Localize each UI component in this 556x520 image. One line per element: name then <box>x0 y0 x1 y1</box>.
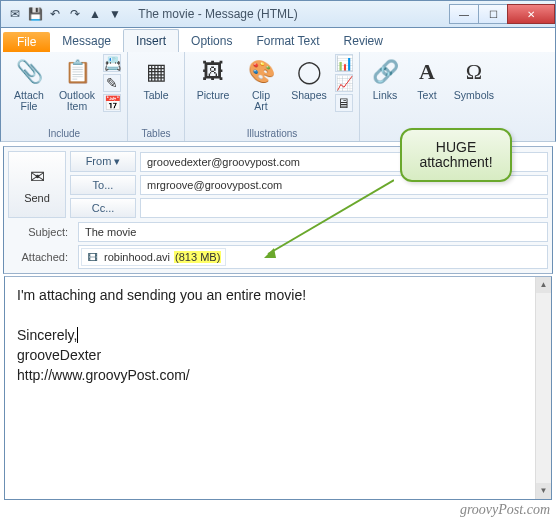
watermark: groovyPost.com <box>460 502 550 518</box>
tab-options[interactable]: Options <box>179 30 244 52</box>
calendar-icon[interactable]: 📅 <box>103 94 121 112</box>
tab-insert[interactable]: Insert <box>123 29 179 52</box>
ribbon-group-illustrations: 🖼 Picture 🎨 ClipArt ◯ Shapes 📊 📈 🖥 Illu <box>185 52 360 141</box>
body-sig2: grooveDexter <box>17 347 539 363</box>
attachment-well[interactable]: 🎞 robinhood.avi (813 MB) <box>78 245 548 269</box>
video-file-icon: 🎞 <box>86 250 100 264</box>
smartart-icon[interactable]: 📊 <box>335 54 353 72</box>
ribbon: 📎 AttachFile 📋 OutlookItem 📇 ✎ 📅 Include <box>0 52 556 142</box>
redo-icon[interactable]: ↷ <box>67 6 83 22</box>
to-field[interactable]: mrgroove@groovypost.com <box>140 175 548 195</box>
picture-icon: 🖼 <box>197 56 229 88</box>
links-icon: 🔗 <box>369 56 401 88</box>
vertical-scrollbar[interactable]: ▲ ▼ <box>535 277 551 499</box>
outlook-item-icon: 📋 <box>61 56 93 88</box>
scroll-up-icon[interactable]: ▲ <box>536 277 551 293</box>
save-icon[interactable]: 💾 <box>27 6 43 22</box>
table-icon: ▦ <box>140 56 172 88</box>
tab-review[interactable]: Review <box>332 30 395 52</box>
send-icon: ✉ <box>30 166 45 188</box>
window-buttons: — ☐ ✕ <box>450 4 555 24</box>
file-tab[interactable]: File <box>3 32 50 52</box>
symbols-icon: Ω <box>458 56 490 88</box>
group-label-illustrations: Illustrations <box>191 126 353 141</box>
attachment-filename: robinhood.avi <box>104 251 170 263</box>
links-button[interactable]: 🔗 Links <box>366 54 404 103</box>
ribbon-group-tables: ▦ Table Tables <box>128 52 185 141</box>
picture-button[interactable]: 🖼 Picture <box>191 54 235 103</box>
to-button[interactable]: To... <box>70 175 136 195</box>
symbols-button[interactable]: Ω Symbols <box>450 54 498 103</box>
paperclip-icon: 📎 <box>13 56 45 88</box>
table-button[interactable]: ▦ Table <box>134 54 178 103</box>
signature-icon[interactable]: ✎ <box>103 74 121 92</box>
undo-icon[interactable]: ↶ <box>47 6 63 22</box>
subject-label: Subject: <box>8 223 74 241</box>
group-label-tables: Tables <box>134 126 178 141</box>
scroll-down-icon[interactable]: ▼ <box>536 483 551 499</box>
attachment-item[interactable]: 🎞 robinhood.avi (813 MB) <box>81 248 226 266</box>
body-sig3: http://www.groovyPost.com/ <box>17 367 539 383</box>
attachment-size: (813 MB) <box>174 251 221 263</box>
from-button[interactable]: From ▾ <box>70 151 136 172</box>
subject-field[interactable]: The movie <box>78 222 548 242</box>
screenshot-icon[interactable]: 🖥 <box>335 94 353 112</box>
close-button[interactable]: ✕ <box>507 4 555 24</box>
maximize-button[interactable]: ☐ <box>478 4 508 24</box>
cc-button[interactable]: Cc... <box>70 198 136 218</box>
cc-field[interactable] <box>140 198 548 218</box>
text-icon: A <box>411 56 443 88</box>
next-item-icon[interactable]: ▼ <box>107 6 123 22</box>
app-icon: ✉ <box>7 6 23 22</box>
body-sig1: Sincerely, <box>17 327 539 343</box>
clip-art-button[interactable]: 🎨 ClipArt <box>239 54 283 114</box>
ribbon-tabs: File Message Insert Options Format Text … <box>0 28 556 52</box>
clip-art-icon: 🎨 <box>245 56 277 88</box>
from-field[interactable]: groovedexter@groovypost.com <box>140 152 548 172</box>
title-bar: ✉ 💾 ↶ ↷ ▲ ▼ The movie - Message (HTML) —… <box>0 0 556 28</box>
attach-file-button[interactable]: 📎 AttachFile <box>7 54 51 114</box>
body-blank <box>17 307 539 323</box>
ribbon-group-misc: 🔗 Links A Text Ω Symbols <box>360 52 504 141</box>
tab-message[interactable]: Message <box>50 30 123 52</box>
shapes-button[interactable]: ◯ Shapes <box>287 54 331 103</box>
shapes-icon: ◯ <box>293 56 325 88</box>
business-card-icon[interactable]: 📇 <box>103 54 121 72</box>
send-button[interactable]: ✉ Send <box>8 151 66 218</box>
body-line: I'm attaching and sending you an entire … <box>17 287 539 303</box>
attached-label: Attached: <box>8 248 74 266</box>
group-label-include: Include <box>7 126 121 141</box>
minimize-button[interactable]: — <box>449 4 479 24</box>
quick-access-toolbar: ✉ 💾 ↶ ↷ ▲ ▼ <box>1 6 123 22</box>
outlook-item-button[interactable]: 📋 OutlookItem <box>55 54 99 114</box>
outlook-message-window: ✉ 💾 ↶ ↷ ▲ ▼ The movie - Message (HTML) —… <box>0 0 556 520</box>
compose-header: ✉ Send From ▾ groovedexter@groovypost.co… <box>3 146 553 274</box>
message-body[interactable]: I'm attaching and sending you an entire … <box>4 276 552 500</box>
ribbon-group-include: 📎 AttachFile 📋 OutlookItem 📇 ✎ 📅 Include <box>1 52 128 141</box>
prev-item-icon[interactable]: ▲ <box>87 6 103 22</box>
chart-icon[interactable]: 📈 <box>335 74 353 92</box>
text-button[interactable]: A Text <box>408 54 446 103</box>
tab-format-text[interactable]: Format Text <box>244 30 331 52</box>
